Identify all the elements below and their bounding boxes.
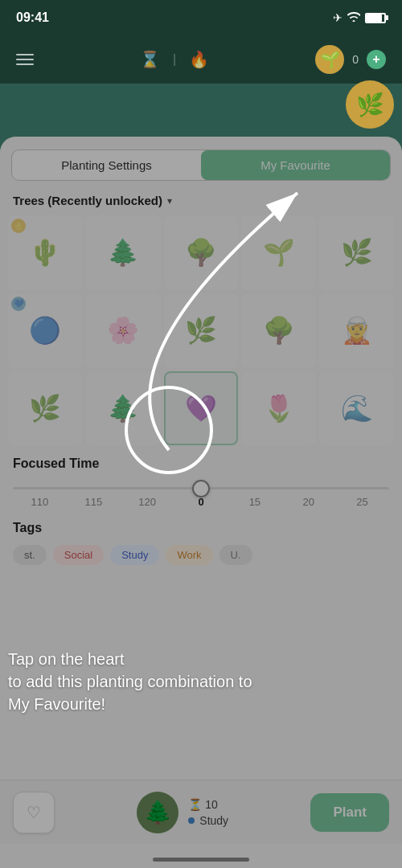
top-bar-center: ⌛ | 🔥 [140,50,209,69]
avatar-plant-icon: 🌱 [320,50,340,69]
tooltip-line3: My Favourite! [8,695,105,713]
top-bar-right: 🌱 0 + [315,45,386,74]
large-avatar-plant-icon: 🌿 [356,92,384,118]
tooltip-line2: to add this planting combination to [8,673,252,690]
airplane-icon: ✈ [333,11,343,24]
status-bar: 09:41 ✈ [0,0,402,35]
timer-icon: ⌛ [140,50,160,69]
large-avatar[interactable]: 🌿 [346,80,394,129]
user-avatar-small[interactable]: 🌱 [315,45,344,74]
battery-icon [365,13,386,23]
status-icons: ✈ [333,11,386,24]
badge-count: 0 [352,53,359,66]
tooltip-text: Tap on the heart to add this planting co… [8,648,394,715]
dim-overlay [0,137,402,868]
add-button[interactable]: + [367,50,386,69]
tooltip-overlay: Tap on the heart to add this planting co… [8,648,394,715]
fire-icon: 🔥 [189,50,209,69]
main-content-area: Planting Settings My Favourite Trees (Re… [0,137,402,868]
wifi-icon [347,11,360,24]
menu-button[interactable] [16,54,34,65]
top-nav-bar: ⌛ | 🔥 🌱 0 + [0,35,402,84]
tooltip-line1: Tap on the heart [8,650,125,668]
status-time: 09:41 [16,10,49,25]
